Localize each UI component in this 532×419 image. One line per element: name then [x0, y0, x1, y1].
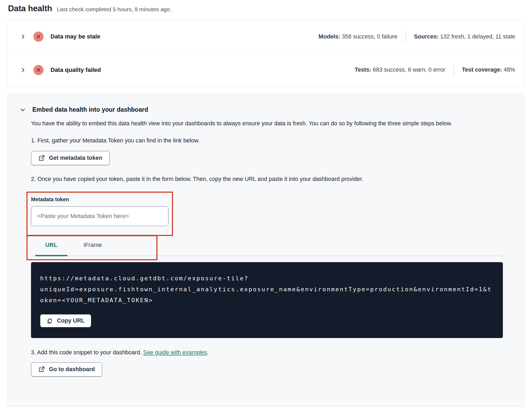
error-circle-x-icon: [33, 65, 44, 75]
chevron-down-icon: [20, 107, 26, 113]
external-link-icon: [38, 155, 45, 161]
test-coverage-stat-label: Test coverage:: [462, 67, 502, 73]
embed-url-text: https://metadata.cloud.getdbt.com/exposu…: [40, 273, 494, 306]
status-row-title: Data quality failed: [51, 67, 101, 73]
metadata-token-field-group: Metadata token: [31, 196, 168, 226]
tab-track-divider: [31, 255, 503, 256]
status-row-data-stale[interactable]: Data may be stale Models: 358 success, 0…: [8, 20, 524, 53]
test-coverage-stat-value: 48%: [502, 67, 515, 73]
models-stat-label: Models:: [318, 33, 340, 40]
go-to-dashboard-button[interactable]: Go to dashboard: [31, 362, 102, 377]
tab-url[interactable]: URL: [34, 238, 68, 255]
step-3-suffix: .: [207, 349, 209, 356]
tab-url-label: URL: [45, 242, 57, 248]
embed-output-tabs: URL iFrame: [31, 238, 503, 256]
metadata-token-label: Metadata token: [31, 196, 168, 203]
metadata-token-input[interactable]: [31, 206, 168, 226]
go-to-dashboard-label: Go to dashboard: [49, 366, 95, 373]
embed-description: You have the ability to embed this data …: [31, 118, 494, 129]
tab-iframe[interactable]: iFrame: [68, 238, 117, 255]
status-card: Data may be stale Models: 358 success, 0…: [7, 20, 525, 87]
copy-icon: [47, 318, 53, 324]
copy-url-label: Copy URL: [57, 317, 85, 324]
step-1-text: 1. First, gather your Metadata Token you…: [31, 137, 503, 144]
chevron-right-icon: [20, 34, 26, 40]
models-stat: Models: 358 success, 0 failure: [318, 33, 397, 40]
embed-section-card: Embed data health into your dashboard Yo…: [7, 94, 525, 407]
status-row-stats: Tests: 683 success, 6 warn, 0 error Test…: [355, 64, 515, 76]
step-3-text: 3. Add this code snippet to your dashboa…: [31, 349, 503, 356]
stat-divider: [406, 31, 406, 42]
sources-stat: Sources: 132 fresh, 1 delayed, 11 stale: [414, 33, 515, 40]
tests-stat-label: Tests:: [355, 67, 371, 73]
sources-stat-value: 132 fresh, 1 delayed, 11 stale: [439, 33, 515, 40]
error-circle-x-icon: [33, 32, 44, 42]
status-row-stats: Models: 358 success, 0 failure Sources: …: [318, 31, 515, 42]
test-coverage-stat: Test coverage: 48%: [462, 67, 515, 73]
tests-stat: Tests: 683 success, 6 warn, 0 error: [355, 67, 445, 73]
chevron-right-icon: [20, 67, 26, 73]
models-stat-value: 358 success, 0 failure: [340, 33, 398, 40]
copy-url-button[interactable]: Copy URL: [40, 314, 91, 327]
embed-section-header[interactable]: Embed data health into your dashboard: [20, 106, 503, 113]
last-check-status: Last check completed 5 hours, 9 minutes …: [57, 6, 171, 13]
see-guide-link[interactable]: See guide with examples: [143, 349, 207, 356]
step-2-text: 2. Once you have copied your token, past…: [31, 176, 503, 183]
sources-stat-label: Sources:: [414, 33, 439, 40]
get-metadata-token-button[interactable]: Get metadata token: [31, 151, 110, 165]
external-link-icon: [38, 366, 45, 373]
page-header: Data health Last check completed 5 hours…: [7, 4, 525, 13]
tabs-row: URL iFrame: [31, 238, 503, 255]
tests-stat-value: 683 success, 6 warn, 0 error: [371, 67, 445, 73]
step-3-prefix: 3. Add this code snippet to your dashboa…: [31, 349, 143, 356]
embed-url-code-block: https://metadata.cloud.getdbt.com/exposu…: [31, 262, 503, 338]
data-health-page: Data health Last check completed 5 hours…: [0, 0, 532, 407]
embed-section-title: Embed data health into your dashboard: [32, 106, 148, 113]
tab-iframe-label: iFrame: [84, 242, 102, 248]
get-metadata-token-label: Get metadata token: [49, 155, 102, 161]
status-row-title: Data may be stale: [51, 33, 100, 40]
page-title: Data health: [8, 4, 52, 13]
embed-section-body: You have the ability to embed this data …: [31, 118, 503, 377]
status-row-data-quality[interactable]: Data quality failed Tests: 683 success, …: [8, 53, 524, 86]
stat-divider: [453, 64, 454, 76]
